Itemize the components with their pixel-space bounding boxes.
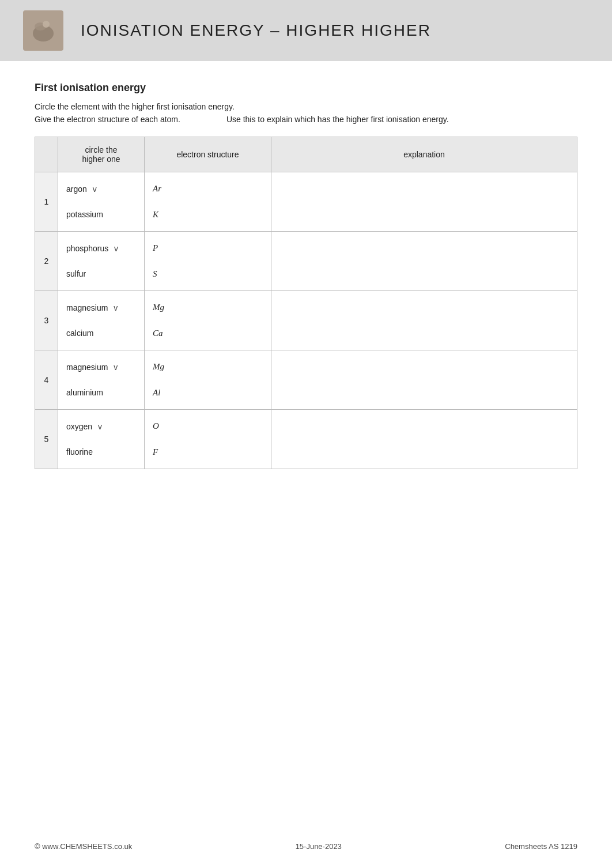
col-header-circle: circle thehigher one xyxy=(58,137,145,172)
row-number: 4 xyxy=(35,350,58,410)
circle-cell: phosphorus vsulfur xyxy=(58,232,145,291)
circle-cell: magnesium vcalcium xyxy=(58,291,145,350)
footer-right: Chemsheets AS 1219 xyxy=(505,842,577,851)
element-item: sulfur xyxy=(66,269,136,278)
table-row: 1argon vpotassiumArK xyxy=(35,172,577,232)
electron-cell: PS xyxy=(145,232,271,291)
element-symbol: Mg xyxy=(153,303,263,312)
element-item: magnesium v xyxy=(66,303,136,312)
main-content: First ionisation energy Circle the eleme… xyxy=(0,82,612,504)
col-header-explanation: explanation xyxy=(271,137,577,172)
element-name: calcium xyxy=(66,329,93,338)
element-name: potassium xyxy=(66,210,103,219)
element-name: oxygen xyxy=(66,422,92,431)
explanation-cell xyxy=(271,350,577,410)
element-symbol: Ca xyxy=(153,329,263,338)
exercise-table: circle thehigher one electron structure … xyxy=(35,137,577,469)
element-item: magnesium v xyxy=(66,363,136,372)
element-name: fluorine xyxy=(66,447,93,456)
circle-indicator: v xyxy=(112,244,118,253)
electron-cell: MgCa xyxy=(145,291,271,350)
element-name: aluminium xyxy=(66,388,103,397)
instruction-1: Circle the element with the higher first… xyxy=(35,102,577,111)
col-header-electron: electron structure xyxy=(145,137,271,172)
element-item: aluminium xyxy=(66,388,136,397)
explanation-cell xyxy=(271,232,577,291)
circle-cell: magnesium valuminium xyxy=(58,350,145,410)
row-number: 2 xyxy=(35,232,58,291)
section-title: First ionisation energy xyxy=(35,82,577,94)
footer-left: © www.CHEMSHEETS.co.uk xyxy=(35,842,132,851)
circle-indicator: v xyxy=(90,184,97,194)
element-symbol: Al xyxy=(153,388,263,398)
electron-cell: ArK xyxy=(145,172,271,232)
table-row: 4magnesium valuminiumMgAl xyxy=(35,350,577,410)
element-item: oxygen v xyxy=(66,422,136,431)
element-name: magnesium xyxy=(66,303,108,312)
table-row: 3magnesium vcalciumMgCa xyxy=(35,291,577,350)
element-item: calcium xyxy=(66,329,136,338)
element-symbol: P xyxy=(153,243,263,253)
element-name: phosphorus xyxy=(66,244,108,253)
circle-indicator: v xyxy=(111,363,118,372)
element-item: fluorine xyxy=(66,447,136,456)
element-item: potassium xyxy=(66,210,136,219)
row-number: 3 xyxy=(35,291,58,350)
explanation-cell xyxy=(271,410,577,469)
element-name: magnesium xyxy=(66,363,108,372)
instruction-2b: Use this to explain which has the higher… xyxy=(226,115,449,124)
row-number: 1 xyxy=(35,172,58,232)
element-symbol: Ar xyxy=(153,184,263,194)
element-name: argon xyxy=(66,184,87,194)
electron-cell: OF xyxy=(145,410,271,469)
page-header: IONISATION ENERGY – HIGHER HIGHER xyxy=(0,0,612,61)
header-icon xyxy=(23,10,63,51)
circle-indicator: v xyxy=(111,303,118,312)
element-name: sulfur xyxy=(66,269,86,278)
page-title: IONISATION ENERGY – HIGHER HIGHER xyxy=(81,21,431,40)
explanation-cell xyxy=(271,291,577,350)
svg-point-2 xyxy=(43,21,50,28)
element-symbol: O xyxy=(153,421,263,431)
table-header-row: circle thehigher one electron structure … xyxy=(35,137,577,172)
table-row: 5oxygen vfluorineOF xyxy=(35,410,577,469)
element-symbol: Mg xyxy=(153,362,263,372)
explanation-cell xyxy=(271,172,577,232)
page-footer: © www.CHEMSHEETS.co.uk 15-June-2023 Chem… xyxy=(0,842,612,851)
electron-cell: MgAl xyxy=(145,350,271,410)
element-item: phosphorus v xyxy=(66,244,136,253)
row-number: 5 xyxy=(35,410,58,469)
circle-cell: oxygen vfluorine xyxy=(58,410,145,469)
footer-center: 15-June-2023 xyxy=(296,842,342,851)
instruction-2: Give the electron structure of each atom… xyxy=(35,115,577,124)
element-symbol: F xyxy=(153,447,263,457)
circle-cell: argon vpotassium xyxy=(58,172,145,232)
element-item: argon v xyxy=(66,184,136,194)
circle-indicator: v xyxy=(96,422,102,431)
element-symbol: K xyxy=(153,210,263,220)
element-symbol: S xyxy=(153,269,263,279)
col-header-num xyxy=(35,137,58,172)
table-row: 2phosphorus vsulfurPS xyxy=(35,232,577,291)
instruction-2a: Give the electron structure of each atom… xyxy=(35,115,180,124)
